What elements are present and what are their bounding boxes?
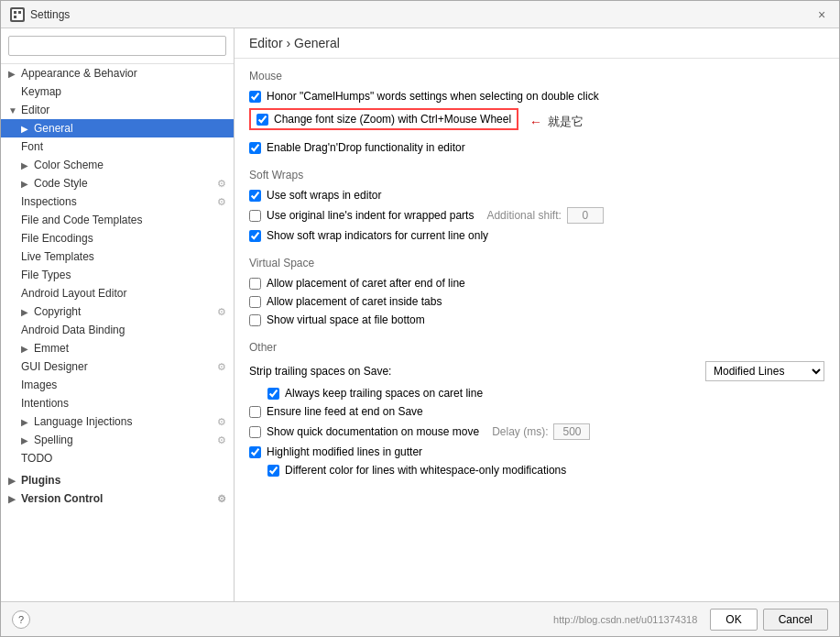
caret-inside-tabs-row: Allow placement of caret inside tabs <box>249 295 824 308</box>
titlebar-left: Settings <box>10 7 70 22</box>
sidebar-item-version-control[interactable]: ▶ Version Control ⚙ <box>1 489 234 508</box>
right-panel: Editor › General Mouse Honor "CamelHumps… <box>235 28 839 601</box>
sidebar-item-appearance[interactable]: ▶ Appearance & Behavior <box>1 64 234 82</box>
search-input[interactable] <box>8 36 226 56</box>
sidebar-item-gui-designer[interactable]: GUI Designer ⚙ <box>1 357 234 376</box>
quick-doc-label: Show quick documentation on mouse move <box>267 425 479 438</box>
camel-humps-row: Honor "CamelHumps" words settings when s… <box>249 90 824 103</box>
strip-trailing-select[interactable]: None All Modified Lines <box>705 361 824 381</box>
sidebar-item-color-scheme[interactable]: ▶ Color Scheme <box>1 156 234 174</box>
expand-icon: ▶ <box>21 124 32 134</box>
highlight-modified-row: Highlight modified lines in gutter <box>249 445 824 458</box>
sidebar-item-label: Editor <box>21 104 49 116</box>
sidebar-item-inspections[interactable]: Inspections ⚙ <box>1 192 234 211</box>
expand-icon: ▶ <box>8 69 19 79</box>
sidebar-item-emmet[interactable]: ▶ Emmet <box>1 339 234 357</box>
sidebar-item-general[interactable]: ▶ General <box>1 119 234 137</box>
expand-icon: ▶ <box>8 494 19 504</box>
sidebar-item-live-templates[interactable]: Live Templates <box>1 247 234 266</box>
delay-input[interactable] <box>553 423 590 440</box>
virtual-space-label: Virtual Space <box>249 257 824 269</box>
other-section-label: Other <box>249 341 824 354</box>
sidebar-item-images[interactable]: Images <box>1 376 234 394</box>
use-soft-wraps-checkbox[interactable] <box>249 190 261 202</box>
spacer <box>8 435 19 445</box>
sidebar-item-editor[interactable]: ▼ Editor <box>1 101 234 119</box>
original-line-indent-checkbox[interactable] <box>249 210 261 222</box>
caret-end-of-line-checkbox[interactable] <box>249 278 261 290</box>
expand-icon: ▶ <box>21 307 32 317</box>
soft-wrap-indicators-checkbox[interactable] <box>249 230 261 242</box>
sidebar-item-label: Plugins <box>21 474 60 487</box>
sidebar-item-code-style[interactable]: ▶ Code Style ⚙ <box>1 174 234 192</box>
sidebar-item-copyright[interactable]: ▶ Copyright ⚙ <box>1 302 234 321</box>
tree: ▶ Appearance & Behavior Keymap ▼ Editor … <box>1 64 234 601</box>
sidebar-item-label: Emmet <box>34 342 69 355</box>
sidebar-item-todo[interactable]: TODO <box>1 449 234 467</box>
line-feed-end-row: Ensure line feed at end on Save <box>249 405 824 418</box>
url-text: http://blog.csdn.net/u011374318 <box>553 614 697 625</box>
sidebar-item-spelling[interactable]: ▶ Spelling ⚙ <box>1 431 234 449</box>
quick-doc-checkbox[interactable] <box>249 426 261 438</box>
sidebar-item-android-layout-editor[interactable]: Android Layout Editor <box>1 284 234 302</box>
caret-inside-tabs-checkbox[interactable] <box>249 296 261 308</box>
spacer <box>8 142 19 152</box>
sidebar-item-label: Intentions <box>21 397 69 410</box>
sidebar-item-intentions[interactable]: Intentions <box>1 394 234 412</box>
sidebar-item-label: Spelling <box>34 434 73 446</box>
ok-button[interactable]: OK <box>710 609 757 631</box>
use-soft-wraps-row: Use soft wraps in editor <box>249 189 824 202</box>
always-keep-trailing-label: Always keep trailing spaces on caret lin… <box>285 387 483 400</box>
soft-wraps-label: Soft Wraps <box>249 169 824 181</box>
different-color-checkbox[interactable] <box>267 465 279 477</box>
sidebar-item-label: File Encodings <box>21 232 93 245</box>
sidebar-item-file-and-code-templates[interactable]: File and Code Templates <box>1 211 234 229</box>
expand-icon <box>8 124 19 134</box>
svg-rect-0 <box>12 9 23 20</box>
spacer <box>8 344 19 354</box>
cancel-button[interactable]: Cancel <box>763 609 828 631</box>
spacer <box>8 160 19 170</box>
spacer-icon <box>8 87 19 97</box>
spacer <box>8 270 19 280</box>
expand-icon: ▶ <box>21 160 32 170</box>
highlight-modified-checkbox[interactable] <box>249 446 261 458</box>
close-button[interactable]: × <box>813 6 830 23</box>
help-button[interactable]: ? <box>12 610 30 629</box>
strip-trailing-label: Strip trailing spaces on Save: <box>249 365 391 378</box>
sidebar-item-file-encodings[interactable]: File Encodings <box>1 229 234 247</box>
gear-icon: ⚙ <box>217 196 226 208</box>
quick-doc-row: Show quick documentation on mouse move D… <box>249 423 824 440</box>
gear-icon: ⚙ <box>217 416 226 428</box>
spacer <box>8 325 19 335</box>
always-keep-trailing-checkbox[interactable] <box>267 388 279 400</box>
change-font-zoom-checkbox[interactable] <box>256 114 268 126</box>
sidebar-item-font[interactable]: Font <box>1 137 234 156</box>
line-feed-end-checkbox[interactable] <box>249 406 261 418</box>
virtual-space-bottom-checkbox[interactable] <box>249 314 261 326</box>
drag-drop-checkbox[interactable] <box>249 142 261 154</box>
sidebar-item-label: Appearance & Behavior <box>21 67 137 80</box>
caret-inside-tabs-label: Allow placement of caret inside tabs <box>267 295 442 308</box>
sidebar-item-android-data-binding[interactable]: Android Data Binding <box>1 321 234 339</box>
sidebar-item-language-injections[interactable]: ▶ Language Injections ⚙ <box>1 412 234 431</box>
sidebar-item-keymap[interactable]: Keymap <box>1 82 234 101</box>
gear-icon: ⚙ <box>217 361 226 373</box>
additional-shift-input[interactable] <box>567 207 604 224</box>
sidebar-item-label: Copyright <box>34 305 81 318</box>
different-color-row: Different color for lines with whitespac… <box>249 464 824 477</box>
breadcrumb: Editor › General <box>249 36 340 50</box>
spacer <box>8 307 19 317</box>
main-content: ▶ Appearance & Behavior Keymap ▼ Editor … <box>1 28 839 601</box>
line-feed-end-label: Ensure line feed at end on Save <box>267 405 423 418</box>
always-keep-trailing-row: Always keep trailing spaces on caret lin… <box>249 387 824 400</box>
annotation-arrow: ← <box>529 115 542 129</box>
additional-shift-label: Additional shift: <box>486 209 561 222</box>
sidebar-item-file-types[interactable]: File Types <box>1 266 234 284</box>
app-icon <box>10 7 25 22</box>
other-section: Other Strip trailing spaces on Save: Non… <box>249 341 824 477</box>
sidebar-item-plugins[interactable]: ▶ Plugins <box>1 471 234 489</box>
camel-humps-checkbox[interactable] <box>249 91 261 103</box>
sidebar-item-label: Inspections <box>21 195 77 208</box>
use-soft-wraps-label: Use soft wraps in editor <box>267 189 381 202</box>
